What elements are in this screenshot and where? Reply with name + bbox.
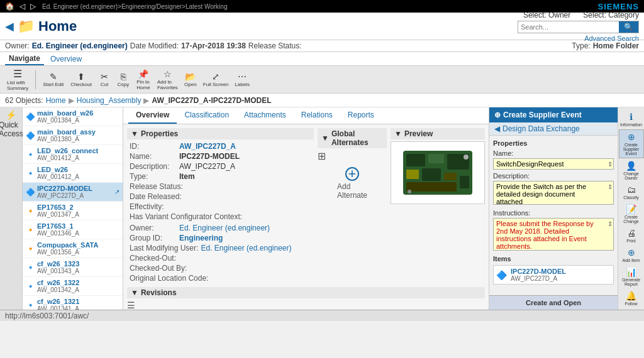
- sidebar-item[interactable]: 🔹 LED_w26AW_001412_A: [23, 164, 123, 183]
- triangle-icon: ▼: [131, 288, 138, 297]
- item-name: main_board_w26: [37, 109, 93, 117]
- tab-relations[interactable]: Relations: [294, 107, 340, 124]
- item-id: AW_001346_A: [37, 230, 79, 237]
- item-name: main_board_assy: [37, 128, 96, 136]
- item-name: EP17653_1: [37, 222, 79, 230]
- description-input[interactable]: Provide the Switch as per the detailed d…: [493, 181, 614, 205]
- forward-icon[interactable]: ▷: [30, 2, 36, 11]
- generate-report-btn[interactable]: 📊 Generate Report: [619, 265, 644, 288]
- tab-overview[interactable]: Overview: [47, 53, 86, 65]
- grid-icon[interactable]: ⊞: [318, 150, 387, 162]
- item-icon: 🔹: [26, 282, 35, 291]
- back-icon[interactable]: ◁: [19, 2, 25, 11]
- owner-label: Owner:: [5, 41, 30, 50]
- release-label: Release Status:: [248, 41, 302, 50]
- list-summary-btn[interactable]: ☰ List withSummary: [4, 66, 31, 93]
- follow-btn[interactable]: 🔔 Follow: [619, 289, 644, 308]
- search-input[interactable]: [518, 21, 619, 33]
- item-icon: 🔹: [26, 150, 35, 159]
- sidebar-item[interactable]: 🔸 Compupack_SATAAW_001356_A: [23, 239, 123, 258]
- create-change-btn[interactable]: 📝 Create Change: [619, 202, 644, 225]
- sidebar-item[interactable]: 🔹 cf_w26_1321AW_001341_A: [23, 296, 123, 310]
- preview-box: [391, 141, 485, 204]
- checkout-btn[interactable]: ⬆ Checkout: [68, 70, 94, 89]
- items-title: Items: [493, 255, 614, 263]
- tab-navigate[interactable]: Navigate: [5, 53, 44, 65]
- create-open-btn[interactable]: Create and Open: [489, 295, 618, 310]
- prop-effectivity: Effectivity:: [127, 202, 314, 212]
- search-button[interactable]: 🔍: [619, 21, 638, 33]
- status-bar: http://lm6s003:7001/awc/: [0, 310, 644, 321]
- tab-classification[interactable]: Classification: [177, 107, 236, 124]
- svg-rect-8: [406, 182, 457, 192]
- svg-rect-4: [406, 170, 419, 179]
- sidebar-item[interactable]: 🔷 main_board_w26AW_001384_A: [23, 107, 123, 126]
- item-id: AW_001412_A: [37, 155, 98, 161]
- cut-icon: ✂: [101, 72, 108, 82]
- start-edit-btn[interactable]: ✎ Start Edit: [40, 70, 67, 89]
- pin-home-btn[interactable]: 📌 Pin toHome: [133, 68, 153, 92]
- labels-btn[interactable]: ⋯ Labels: [232, 70, 252, 89]
- overview-panel: ▼ Properties ID: AW_IPC227D_A Name: IPC2…: [123, 124, 489, 287]
- back-nav-btn[interactable]: ◀: [5, 19, 14, 33]
- dde-back-icon[interactable]: ◀: [494, 124, 500, 133]
- global-alt-header: ▼ Global Alternates: [318, 128, 387, 148]
- content-tabs: Overview Classification Attachments Rela…: [123, 107, 489, 124]
- open-icon: 📂: [185, 72, 196, 82]
- home-icon[interactable]: 🏠: [5, 2, 14, 11]
- copy-btn[interactable]: ⎘ Copy: [114, 70, 132, 89]
- properties-header: ▼ Properties: [127, 128, 314, 139]
- siemens-brand: SIEMENS: [597, 2, 639, 11]
- pin-icon: 📌: [138, 69, 148, 79]
- add-alternate-btn[interactable]: + AddAlternate: [318, 167, 387, 200]
- path-housing[interactable]: Housing_Assembly: [77, 96, 142, 105]
- sidebar-item[interactable]: 🔸 EP17653_1AW_001346_A: [23, 220, 123, 239]
- fullscreen-btn[interactable]: ⤢ Full Screen: [201, 70, 231, 89]
- prop-checked-out-by: Checked-Out By:: [127, 263, 314, 273]
- add-item-btn[interactable]: ⊕ Add Item: [619, 246, 644, 264]
- svg-point-9: [464, 155, 469, 160]
- quick-access-btn[interactable]: ⚡ QuickAccess: [0, 110, 23, 138]
- svg-point-10: [408, 190, 411, 193]
- tab-attachments[interactable]: Attachments: [236, 107, 294, 124]
- instructions-input[interactable]: Please submit the Response by 2nd May 20…: [493, 218, 614, 251]
- print-btn[interactable]: 🖨 Print: [619, 226, 644, 245]
- revisions-section: ▼ Revisions ☰ OBJECT REVISION 🔷 AW_IPC22…: [123, 287, 489, 310]
- owner-line: Owner: Ed. Engineer (ed.engineer) Date M…: [0, 40, 644, 52]
- add-favorites-btn[interactable]: ☆ Add toFavorites: [155, 68, 180, 92]
- item-id: AW_001341_A: [37, 305, 79, 310]
- create-supplier-btn[interactable]: ⊕ Create Supplier Event: [619, 129, 644, 158]
- classify-btn[interactable]: 🗂 Classify: [619, 183, 644, 202]
- item-icon: 🔷: [26, 131, 35, 140]
- sidebar-item[interactable]: 🔹 LED_w26_connectAW_001412_A: [23, 145, 123, 164]
- svg-rect-1: [406, 154, 425, 166]
- prop-release: Release Status:: [127, 182, 314, 192]
- path-bar: 62 Objects: Home ▶ Housing_Assembly ▶ AW…: [0, 94, 644, 107]
- info-btn[interactable]: ℹ Information: [619, 110, 644, 129]
- item-name: EP17653_2: [37, 203, 79, 211]
- path-current: AW_IPC227D_A-IPC227D-MODEL: [152, 96, 271, 105]
- item-icon: 🔸: [26, 244, 35, 253]
- advanced-search-link[interactable]: Advanced Search: [584, 35, 639, 42]
- sidebar-item[interactable]: 🔹 cf_w26_1322AW_001342_A: [23, 277, 123, 296]
- preview-header: ▼ Preview: [391, 128, 485, 139]
- sidebar-item[interactable]: 🔸 EP17653_2AW_001347_A: [23, 202, 123, 220]
- item-row[interactable]: 🔷 IPC227D-MODEL AW_IPC227D_A: [493, 265, 614, 285]
- path-home[interactable]: Home: [46, 96, 66, 105]
- sidebar-item[interactable]: 🔷 main_board_assyAW_001380_A: [23, 126, 123, 145]
- tab-reports[interactable]: Reports: [340, 107, 382, 124]
- svg-rect-7: [460, 176, 469, 188]
- generate-report-icon: 📊: [626, 267, 636, 277]
- sidebar-item-selected[interactable]: 🔷 IPC227D-MODELAW_IPC227D_A ↗: [23, 183, 123, 202]
- revisions-header: ▼ Revisions: [127, 287, 485, 298]
- cut-btn[interactable]: ✂ Cut: [96, 70, 113, 89]
- tab-overview[interactable]: Overview: [128, 107, 177, 124]
- change-owner-btn[interactable]: 👤 Change Owner: [619, 159, 644, 182]
- open-new-icon[interactable]: ↗: [114, 188, 119, 195]
- svg-rect-6: [444, 173, 457, 180]
- name-input[interactable]: [493, 158, 614, 170]
- open-btn[interactable]: 📂 Open: [182, 70, 199, 89]
- create-event-icon: ⊕: [494, 111, 501, 119]
- svg-rect-2: [428, 154, 444, 163]
- sidebar-item[interactable]: 🔹 cf_w26_1323AW_001343_A: [23, 258, 123, 277]
